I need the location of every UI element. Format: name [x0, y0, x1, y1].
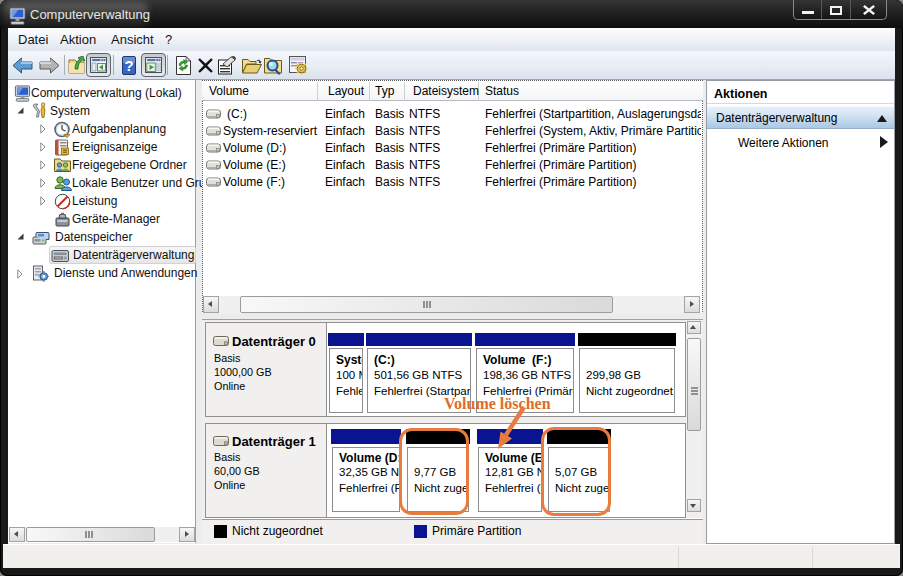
svg-text:?: ? [124, 57, 133, 74]
